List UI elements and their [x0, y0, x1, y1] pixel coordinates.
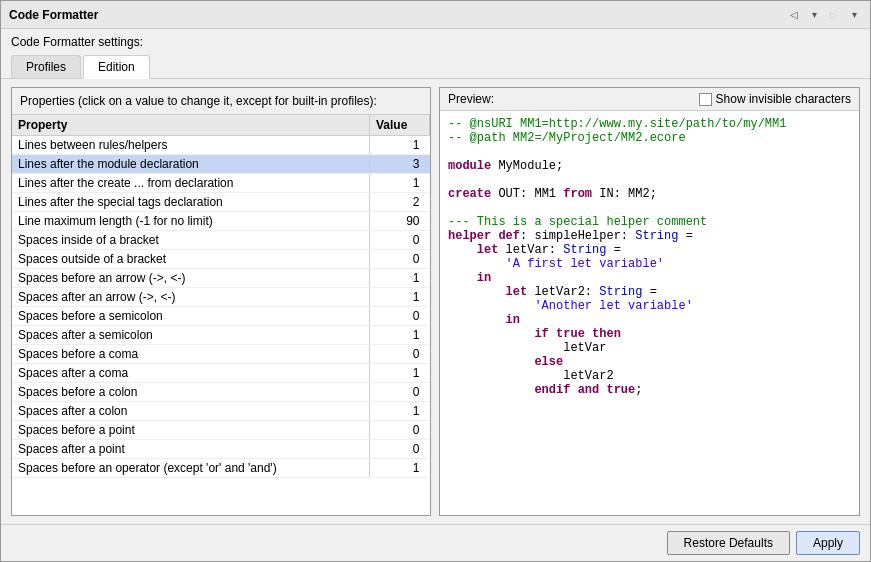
property-value[interactable]: 0: [370, 307, 430, 326]
property-name: Spaces after a coma: [12, 364, 370, 383]
table-row[interactable]: Spaces outside of a bracket0: [12, 250, 430, 269]
property-value[interactable]: 1: [370, 269, 430, 288]
property-name: Spaces inside of a bracket: [12, 231, 370, 250]
property-value[interactable]: 2: [370, 193, 430, 212]
property-value[interactable]: 1: [370, 364, 430, 383]
property-name: Lines after the special tags declaration: [12, 193, 370, 212]
col-value: Value: [370, 115, 430, 136]
restore-defaults-button[interactable]: Restore Defaults: [667, 531, 790, 555]
main-content: Properties (click on a value to change i…: [1, 79, 870, 524]
table-row[interactable]: Spaces inside of a bracket0: [12, 231, 430, 250]
property-name: Spaces before an arrow (->, <-): [12, 269, 370, 288]
property-value[interactable]: 90: [370, 212, 430, 231]
property-name: Lines after the create ... from declarat…: [12, 174, 370, 193]
tab-profiles[interactable]: Profiles: [11, 55, 81, 78]
property-name: Lines between rules/helpers: [12, 136, 370, 155]
table-row[interactable]: Spaces after a point0: [12, 440, 430, 459]
apply-button[interactable]: Apply: [796, 531, 860, 555]
table-row[interactable]: Spaces before a colon0: [12, 383, 430, 402]
preview-label: Preview:: [448, 92, 494, 106]
table-row[interactable]: Spaces before a semicolon0: [12, 307, 430, 326]
property-value[interactable]: 1: [370, 288, 430, 307]
property-name: Spaces after a colon: [12, 402, 370, 421]
property-value[interactable]: 0: [370, 345, 430, 364]
property-value[interactable]: 1: [370, 459, 430, 478]
table-row[interactable]: Lines between rules/helpers1: [12, 136, 430, 155]
property-value[interactable]: 3: [370, 155, 430, 174]
forward-icon[interactable]: ▷: [826, 7, 842, 23]
right-panel-header: Preview: Show invisible characters: [440, 88, 859, 111]
property-name: Spaces before a colon: [12, 383, 370, 402]
property-name: Spaces before a point: [12, 421, 370, 440]
back-dropdown-icon[interactable]: ▾: [806, 7, 822, 23]
table-row[interactable]: Lines after the create ... from declarat…: [12, 174, 430, 193]
subtitle-text: Code Formatter settings:: [11, 35, 143, 49]
property-value[interactable]: 1: [370, 402, 430, 421]
property-name: Spaces before an operator (except 'or' a…: [12, 459, 370, 478]
table-row[interactable]: Spaces before a point0: [12, 421, 430, 440]
table-row[interactable]: Spaces before an operator (except 'or' a…: [12, 459, 430, 478]
property-name: Spaces after a point: [12, 440, 370, 459]
window: Code Formatter ◁ ▾ ▷ ▾ Code Formatter se…: [0, 0, 871, 562]
tabs-row: Profiles Edition: [1, 55, 870, 79]
property-value[interactable]: 0: [370, 440, 430, 459]
table-row[interactable]: Spaces after a colon1: [12, 402, 430, 421]
table-row[interactable]: Spaces before a coma0: [12, 345, 430, 364]
title-bar: Code Formatter ◁ ▾ ▷ ▾: [1, 1, 870, 29]
title-bar-left: Code Formatter: [9, 8, 98, 22]
property-value[interactable]: 0: [370, 250, 430, 269]
property-name: Line maximum length (-1 for no limit): [12, 212, 370, 231]
table-row[interactable]: Spaces after an arrow (->, <-)1: [12, 288, 430, 307]
window-title: Code Formatter: [9, 8, 98, 22]
property-value[interactable]: 0: [370, 383, 430, 402]
property-value[interactable]: 1: [370, 136, 430, 155]
properties-table-container[interactable]: Property Value Lines between rules/helpe…: [12, 115, 430, 515]
col-property: Property: [12, 115, 370, 136]
property-name: Spaces before a coma: [12, 345, 370, 364]
property-name: Spaces outside of a bracket: [12, 250, 370, 269]
table-row[interactable]: Lines after the module declaration3: [12, 155, 430, 174]
show-invisible-control[interactable]: Show invisible characters: [699, 92, 851, 106]
table-row[interactable]: Line maximum length (-1 for no limit)90: [12, 212, 430, 231]
table-row[interactable]: Spaces before an arrow (->, <-)1: [12, 269, 430, 288]
right-panel: Preview: Show invisible characters -- @n…: [439, 87, 860, 516]
bottom-bar: Restore Defaults Apply: [1, 524, 870, 561]
show-invisible-label: Show invisible characters: [716, 92, 851, 106]
title-bar-right: ◁ ▾ ▷ ▾: [786, 7, 862, 23]
property-value[interactable]: 0: [370, 231, 430, 250]
property-name: Spaces after a semicolon: [12, 326, 370, 345]
property-name: Spaces before a semicolon: [12, 307, 370, 326]
property-value[interactable]: 1: [370, 174, 430, 193]
show-invisible-checkbox[interactable]: [699, 93, 712, 106]
code-preview: -- @nsURI MM1=http://www.my.site/path/to…: [440, 111, 859, 515]
left-panel: Properties (click on a value to change i…: [11, 87, 431, 516]
menu-dropdown-icon[interactable]: ▾: [846, 7, 862, 23]
back-icon[interactable]: ◁: [786, 7, 802, 23]
property-value[interactable]: 1: [370, 326, 430, 345]
property-name: Lines after the module declaration: [12, 155, 370, 174]
left-panel-header: Properties (click on a value to change i…: [12, 88, 430, 115]
table-row[interactable]: Spaces after a coma1: [12, 364, 430, 383]
property-name: Spaces after an arrow (->, <-): [12, 288, 370, 307]
table-row[interactable]: Lines after the special tags declaration…: [12, 193, 430, 212]
tab-edition[interactable]: Edition: [83, 55, 150, 79]
table-row[interactable]: Spaces after a semicolon1: [12, 326, 430, 345]
subtitle-bar: Code Formatter settings:: [1, 29, 870, 55]
property-value[interactable]: 0: [370, 421, 430, 440]
properties-table: Property Value Lines between rules/helpe…: [12, 115, 430, 478]
